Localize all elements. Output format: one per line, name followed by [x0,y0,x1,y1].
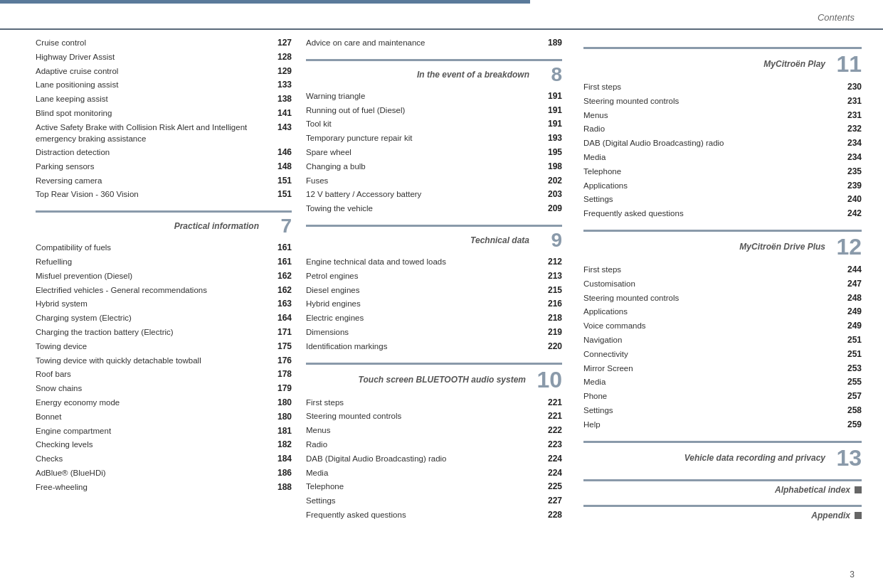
table-row: Snow chains 179 [36,383,292,395]
entry-page: 193 [548,132,562,144]
table-row: Settings 258 [583,405,862,417]
table-row: Connectivity 251 [583,348,862,360]
entry-page: 148 [277,161,292,173]
alphabetical-index-entry: Alphabetical index [583,479,862,495]
table-row: Towing device 175 [36,341,292,353]
table-row: Lane keeping assist 138 [36,93,292,105]
entry-page: 146 [277,146,292,159]
table-row: Adaptive cruise control 129 [36,65,292,77]
entry-page: 258 [847,405,862,417]
entry-page: 219 [548,326,562,338]
entry-page: 143 [277,122,292,134]
section10-title: Touch screen BLUETOOTH audio system [306,375,530,385]
table-row: Advice on care and maintenance189 [306,37,562,49]
entry-page: 218 [548,312,562,324]
entry-page: 234 [847,151,862,164]
entry-page: 138 [277,93,292,105]
table-row: Towing device with quickly detachable to… [36,355,292,367]
table-row: Parking sensors 148 [36,161,292,173]
entry-page: 128 [277,51,292,63]
entry-page: 224 [548,467,562,479]
entry-page: 186 [277,467,292,479]
entry-text: DAB (Digital Audio Broadcasting) radio [306,453,542,464]
entry-text: Fuses [306,175,542,186]
entry-text: Electrified vehicles - General recommend… [36,284,272,296]
table-row: Settings 227 [306,495,562,507]
table-row: DAB (Digital Audio Broadcasting) radio 2… [583,137,862,149]
entry-text: Phone [583,390,842,402]
entry-text: Advice on care and maintenance [306,37,542,48]
table-row: Reversing camera 151 [36,175,292,187]
entry-text: Warning triangle [306,90,542,102]
entry-text: Lane keeping assist [36,93,272,105]
entry-text: Temporary puncture repair kit [306,132,542,144]
appendix-entry: Appendix [583,505,862,520]
entry-text: Running out of fuel (Diesel) [306,105,542,116]
section8-number: 8 [534,65,562,85]
entry-text: Engine technical data and towed loads [306,256,542,267]
table-row: Energy economy mode 180 [36,397,292,409]
table-row: Settings 240 [583,193,862,205]
table-row: Engine technical data and towed loads 21… [306,256,562,268]
table-row: Media 234 [583,151,862,164]
table-row: Compatibility of fuels 161 [36,242,292,254]
table-row: Steering mounted controls 221 [306,410,562,422]
entry-text: Customisation [583,278,842,289]
alphabetical-index-label: Alphabetical index [775,485,850,495]
entry-page: 151 [277,175,292,187]
section8-header: In the event of a breakdown 8 [306,59,562,85]
table-row: Mirror Screen 253 [583,363,862,375]
entry-page: 213 [548,270,562,282]
table-row: Steering mounted controls 231 [583,95,862,107]
section12-title: MyCitroën Drive Plus [583,242,830,252]
entry-page: 225 [548,481,562,493]
table-row: Cruise control 127 [36,37,292,49]
table-row: Menus 222 [306,424,562,437]
entry-text: First steps [583,264,842,275]
table-row: Hybrid system 163 [36,298,292,310]
section10-header: Touch screen BLUETOOTH audio system 10 [306,363,562,391]
entry-text: Dimensions [306,326,542,338]
table-row: Telephone 235 [583,166,862,178]
entry-text: Free-wheeling [36,481,272,493]
table-row: Telephone 225 [306,481,562,493]
entry-page: 188 [277,481,292,493]
entry-text: Navigation [583,334,842,346]
table-row: Applications 249 [583,306,862,318]
entry-text: Distraction detection [36,146,272,158]
table-row: Engine compartment 181 [36,425,292,437]
entry-text: Hybrid system [36,298,272,309]
entry-text: Top Rear Vision - 360 Vision [36,188,272,200]
table-row: Checking levels 182 [36,439,292,451]
entry-page: 209 [548,203,562,215]
entry-page: 164 [277,312,292,324]
entry-text: Settings [583,405,842,416]
entry-page: 231 [847,95,862,107]
table-row: Charging the traction battery (Electric)… [36,326,292,338]
table-row: Customisation 247 [583,278,862,290]
entry-text: Menus [583,109,842,121]
entry-text: DAB (Digital Audio Broadcasting) radio [583,137,842,149]
col-left-toc: Cruise control 127 Highway Driver Assist… [36,37,292,201]
entry-page: 251 [847,334,862,346]
entry-page: 253 [847,363,862,375]
entry-text: Diesel engines [306,284,542,296]
entry-text: Checking levels [36,439,272,450]
entry-page: 223 [548,439,562,451]
entry-page: 203 [548,188,562,201]
table-row: Electric engines 218 [306,312,562,324]
entry-text: Charging system (Electric) [36,312,272,324]
entry-page: 242 [847,208,862,220]
entry-text: Checks [36,453,272,464]
entry-text: Help [583,419,842,430]
entry-text: Towing the vehicle [306,203,542,214]
entry-page: 248 [847,292,862,304]
section8-title: In the event of a breakdown [306,70,534,80]
appendix-square [855,512,862,519]
table-row: Frequently asked questions 242 [583,208,862,220]
table-row: Media 224 [306,467,562,479]
entry-text: Settings [583,193,842,205]
table-row: Blind spot monitoring 141 [36,107,292,119]
entry-page: 178 [277,368,292,380]
entry-text: Tool kit [306,118,542,129]
